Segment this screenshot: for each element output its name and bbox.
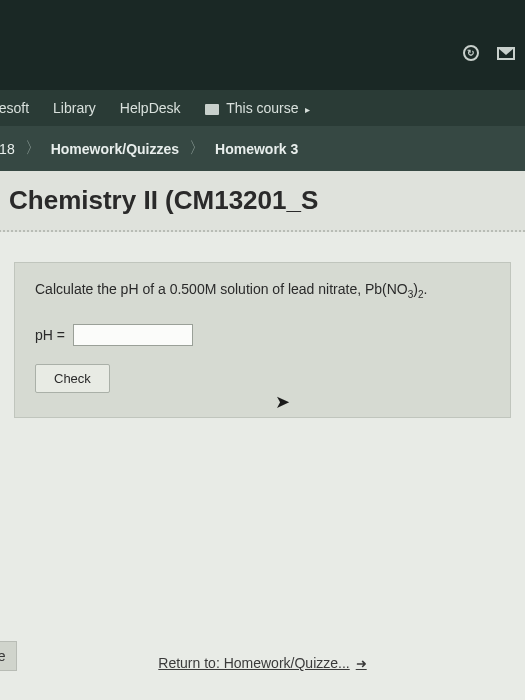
refresh-icon[interactable]: ↻ [463,45,479,61]
question-text: Calculate the pH of a 0.500M solution of… [35,281,490,300]
breadcrumb-homework-quizzes[interactable]: Homework/Quizzes [51,141,179,157]
answer-label: pH = [35,327,65,343]
mail-icon[interactable] [497,47,515,60]
ph-input[interactable] [73,324,193,346]
nav-library[interactable]: Library [53,100,96,116]
top-icon-bar: ↻ [463,45,515,61]
return-arrow-icon: ➜ [356,656,367,671]
main-nav: oplesoft Library HelpDesk This course ▸ [0,90,525,126]
check-button[interactable]: Check [35,364,110,393]
question-panel: Calculate the pH of a 0.500M solution of… [14,262,511,418]
return-link[interactable]: Return to: Homework/Quizze... ➜ [158,655,366,671]
nav-peoplesoft[interactable]: oplesoft [0,100,29,116]
breadcrumb-course[interactable]: _S18 [0,141,15,157]
question-prefix: Calculate the pH of a 0.500M solution of… [35,281,408,297]
cursor-icon: ➤ [275,391,290,413]
return-link-label: Return to: Homework/Quizze... [158,655,349,671]
chevron-right-icon: 〉 [25,138,41,159]
ge-tab[interactable]: ge [0,641,17,671]
nav-this-course[interactable]: This course ▸ [205,100,311,116]
breadcrumb-homework-3[interactable]: Homework 3 [215,141,298,157]
chevron-right-icon: 〉 [189,138,205,159]
chevron-right-icon: ▸ [305,104,310,115]
breadcrumb: _S18 〉 Homework/Quizzes 〉 Homework 3 [0,126,525,171]
answer-row: pH = [35,324,490,346]
nav-helpdesk[interactable]: HelpDesk [120,100,181,116]
content-area: ral Chemistry II (CM13201_S Calculate th… [0,171,525,700]
page-title: ral Chemistry II (CM13201_S [0,171,525,232]
question-suffix: . [424,281,428,297]
top-header-area: ↻ [0,0,525,90]
monitor-icon [205,104,219,115]
nav-course-label: This course [226,100,298,116]
